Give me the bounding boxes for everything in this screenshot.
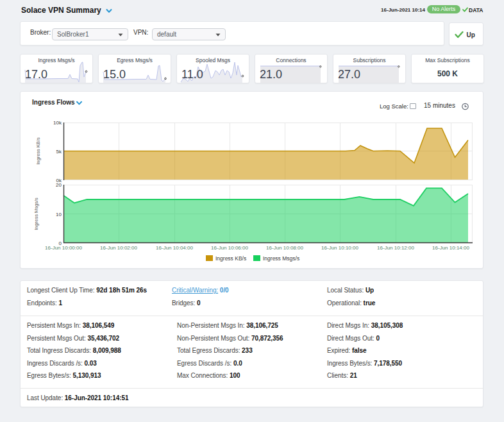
svg-text:16-Jun 10:04:00: 16-Jun 10:04:00	[156, 245, 193, 251]
svg-text:16-Jun 10:08:00: 16-Jun 10:08:00	[266, 245, 303, 251]
svg-text:16-Jun 10:14:00: 16-Jun 10:14:00	[432, 245, 469, 251]
svg-text:20: 20	[56, 182, 62, 188]
svg-text:5k: 5k	[56, 149, 62, 155]
svg-text:16-Jun 10:12:00: 16-Jun 10:12:00	[377, 245, 414, 251]
svg-text:10k: 10k	[53, 120, 62, 126]
svg-text:16-Jun 10:02:00: 16-Jun 10:02:00	[100, 245, 137, 251]
svg-text:16-Jun 10:10:00: 16-Jun 10:10:00	[321, 245, 358, 251]
svg-text:16-Jun 10:06:00: 16-Jun 10:06:00	[211, 245, 248, 251]
svg-text:Ingress Msgs/s: Ingress Msgs/s	[263, 255, 299, 262]
svg-text:Ingress KB/s: Ingress KB/s	[215, 255, 246, 262]
svg-text:16-Jun 10:00:00: 16-Jun 10:00:00	[45, 245, 82, 251]
svg-text:10: 10	[56, 212, 62, 217]
svg-text:Ingress KB/s: Ingress KB/s	[35, 137, 41, 165]
svg-text:Ingress Msgs/s: Ingress Msgs/s	[33, 198, 39, 230]
